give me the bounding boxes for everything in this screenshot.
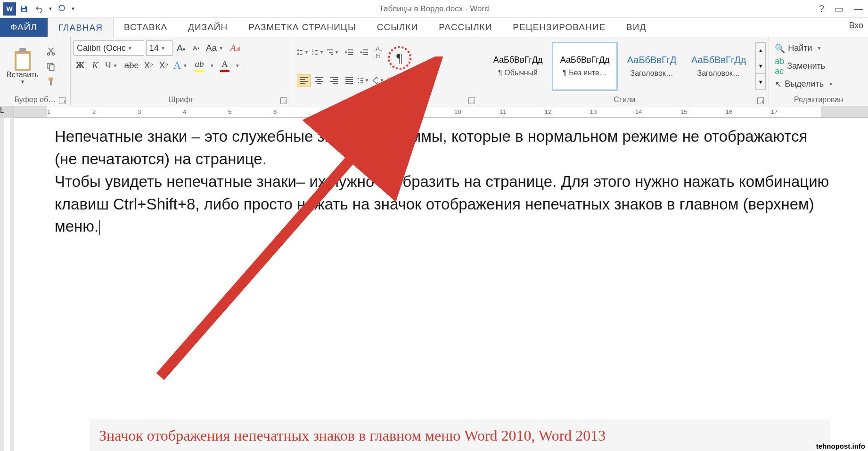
svg-rect-17 bbox=[329, 52, 333, 53]
chevron-down-icon[interactable]: ▼ bbox=[126, 46, 134, 51]
font-name-input[interactable]: Calibri (Оснс▼ bbox=[74, 40, 144, 56]
styles-expand-icon[interactable]: ▼ bbox=[756, 74, 765, 89]
chevron-down-icon[interactable]: ▼ bbox=[233, 63, 242, 68]
ruler-tick: 17 bbox=[771, 108, 778, 115]
save-icon[interactable] bbox=[17, 2, 31, 16]
ruler-tick: 13 bbox=[590, 108, 597, 115]
ruler-tick: 4 bbox=[183, 108, 186, 115]
style-item[interactable]: АаБбВвГгДд¶ Обычный bbox=[485, 42, 551, 91]
font-group-label: Шрифт bbox=[169, 96, 194, 104]
line-spacing-button[interactable]: ▼ bbox=[357, 74, 371, 87]
style-item[interactable]: АаБбВвГгДЗаголовок… bbox=[619, 42, 685, 91]
find-button[interactable]: 🔍Найти▼ bbox=[775, 43, 835, 54]
ruler-tick: 14 bbox=[635, 108, 642, 115]
show-hide-pilcrow-button[interactable]: ¶ bbox=[387, 46, 412, 70]
paragraph-launcher[interactable] bbox=[468, 97, 475, 104]
format-painter-icon[interactable] bbox=[44, 75, 57, 88]
increase-indent-button[interactable] bbox=[357, 46, 371, 59]
svg-rect-0 bbox=[22, 6, 25, 8]
font-color-button[interactable]: A bbox=[218, 58, 231, 72]
align-right-button[interactable] bbox=[327, 74, 341, 87]
clipboard-launcher[interactable] bbox=[59, 97, 66, 104]
word-app-icon[interactable]: W bbox=[3, 2, 16, 16]
copy-icon[interactable] bbox=[44, 60, 57, 72]
ribbon-display-icon[interactable]: ▭ bbox=[835, 3, 843, 15]
tab-mailings[interactable]: РАССЫЛКИ bbox=[428, 18, 502, 37]
horizontal-ruler[interactable]: 1234567891011121314151617 bbox=[14, 106, 868, 118]
vertical-ruler[interactable] bbox=[0, 118, 14, 451]
styles-launcher[interactable] bbox=[757, 97, 764, 104]
cut-icon[interactable] bbox=[44, 45, 57, 57]
qat-customize-icon[interactable]: ▼ bbox=[70, 2, 76, 16]
bold-button[interactable]: Ж bbox=[74, 58, 87, 72]
tab-references[interactable]: ССЫЛКИ bbox=[367, 18, 428, 37]
subscript-button[interactable]: X2 bbox=[142, 58, 155, 72]
style-preview: АаБбВвГгДд bbox=[691, 55, 746, 65]
multilevel-list-button[interactable]: ▼ bbox=[327, 46, 341, 59]
paragraph-group-label: Абзац bbox=[375, 96, 396, 104]
shading-button[interactable]: ▼ bbox=[372, 74, 386, 87]
change-case-button[interactable]: Aa▼ bbox=[205, 41, 227, 55]
underline-button[interactable]: Ч▼ bbox=[104, 58, 121, 72]
align-center-button[interactable] bbox=[312, 74, 326, 87]
font-launcher[interactable] bbox=[280, 97, 287, 104]
svg-rect-23 bbox=[363, 52, 368, 53]
italic-button[interactable]: К bbox=[89, 58, 102, 72]
quick-access-toolbar: W ▼ ▼ bbox=[0, 2, 76, 16]
sort-button[interactable]: А↓Я bbox=[372, 46, 386, 59]
ribbon: Вставить ▼ Буфер об… Calibri (Оснс▼ 14▼ … bbox=[0, 37, 868, 106]
replace-button[interactable]: abacЗаменить bbox=[775, 56, 835, 76]
chevron-down-icon[interactable]: ▼ bbox=[208, 63, 216, 68]
justify-button[interactable] bbox=[342, 74, 356, 87]
tab-layout[interactable]: РАЗМЕТКА СТРАНИЦЫ bbox=[238, 18, 367, 37]
document-paragraph: Непечатные знаки – это служебные знаки п… bbox=[55, 125, 830, 170]
borders-button[interactable]: ▼ bbox=[387, 74, 401, 87]
ruler-tick: 1 bbox=[47, 108, 50, 115]
superscript-button[interactable]: X2 bbox=[157, 58, 170, 72]
clear-formatting-icon[interactable]: A◢ bbox=[229, 41, 242, 55]
help-icon[interactable]: ? bbox=[819, 3, 824, 14]
undo-icon[interactable] bbox=[32, 2, 46, 16]
window-title: Таблицы в Ворде.docx - Word bbox=[379, 4, 489, 14]
select-button[interactable]: ↖Выделить▼ bbox=[775, 79, 835, 89]
svg-point-3 bbox=[52, 53, 54, 55]
svg-rect-30 bbox=[388, 77, 393, 84]
style-name: Заголовок… bbox=[697, 69, 740, 78]
decrease-indent-button[interactable] bbox=[342, 46, 356, 59]
ruler-tick: 12 bbox=[545, 108, 551, 115]
font-size-input[interactable]: 14▼ bbox=[146, 40, 172, 56]
svg-rect-5 bbox=[49, 64, 54, 70]
undo-dropdown-icon[interactable]: ▼ bbox=[47, 2, 54, 16]
minimize-icon[interactable]: — bbox=[854, 3, 863, 14]
style-item[interactable]: АаБбВвГгДдЗаголовок… bbox=[686, 42, 752, 91]
styles-scroll-up-icon[interactable]: ▲ bbox=[756, 43, 765, 58]
tab-design[interactable]: ДИЗАЙН bbox=[178, 18, 238, 37]
bullets-button[interactable]: ▼ bbox=[297, 46, 311, 59]
align-left-button[interactable] bbox=[297, 74, 311, 87]
chevron-down-icon[interactable]: ▼ bbox=[159, 46, 167, 51]
group-clipboard: Вставить ▼ Буфер об… bbox=[0, 37, 71, 106]
style-item[interactable]: АаБбВвГгДд¶ Без инте… bbox=[552, 42, 618, 91]
document-page[interactable]: Непечатные знаки – это служебные знаки п… bbox=[14, 118, 868, 451]
pilcrow-icon: ¶ bbox=[396, 50, 402, 65]
tab-home[interactable]: ГЛАВНАЯ bbox=[48, 18, 114, 37]
tab-file[interactable]: ФАЙЛ bbox=[0, 18, 48, 37]
grow-font-icon[interactable]: A▴ bbox=[174, 41, 188, 55]
redo-icon[interactable] bbox=[55, 2, 69, 16]
tab-review[interactable]: РЕЦЕНЗИРОВАНИЕ bbox=[502, 18, 616, 37]
paste-button[interactable]: Вставить ▼ bbox=[3, 46, 42, 86]
highlight-button[interactable]: ab bbox=[193, 58, 206, 72]
shrink-font-icon[interactable]: A▾ bbox=[189, 41, 203, 55]
ruler-area: L 1234567891011121314151617 bbox=[0, 106, 868, 118]
sign-in-label[interactable]: Вхо bbox=[849, 21, 863, 31]
tab-insert[interactable]: ВСТАВКА bbox=[114, 18, 178, 37]
ruler-corner: L bbox=[0, 106, 14, 118]
text-cursor bbox=[99, 220, 100, 235]
strikethrough-button[interactable]: abc bbox=[123, 58, 140, 72]
numbering-button[interactable]: 12▼ bbox=[312, 46, 326, 59]
styles-scroll-down-icon[interactable]: ▼ bbox=[756, 58, 765, 74]
text-effects-button[interactable]: A▼ bbox=[172, 58, 191, 72]
svg-rect-22 bbox=[363, 49, 368, 50]
ruler-tick: 8 bbox=[364, 108, 367, 115]
tab-view[interactable]: ВИД bbox=[616, 18, 656, 37]
